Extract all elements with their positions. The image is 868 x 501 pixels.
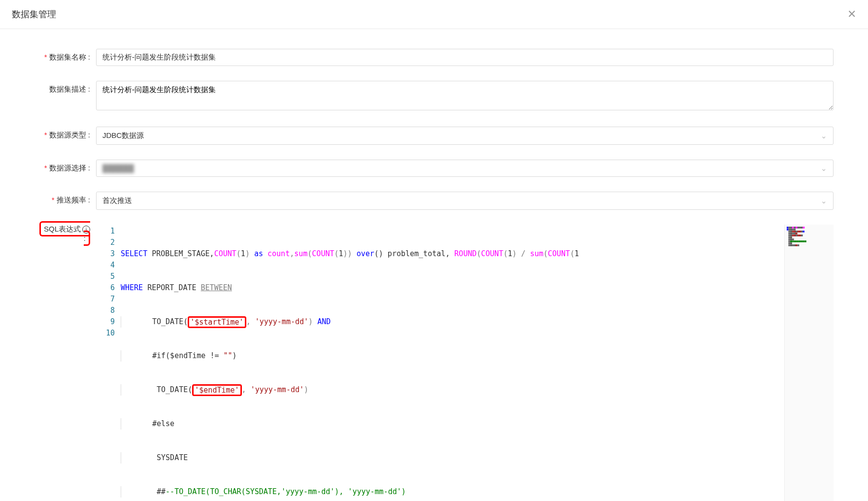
editor-content[interactable]: SELECT PROBLEM_STAGE,COUNT(1) as count,s… [121, 225, 784, 501]
select-source-value: ██████ [102, 164, 134, 172]
row-source-type: 数据源类型 : JDBC数据源 ⌄ [34, 127, 834, 145]
row-push-freq: 推送频率 : 首次推送 ⌄ [34, 192, 834, 210]
editor-gutter: 1 2 3 4 5 6 7 8 9 10 [96, 225, 121, 501]
row-name: 数据集名称 : [34, 49, 834, 66]
row-sql: SQL表达式i : 1 2 3 4 5 6 7 8 9 10 [34, 225, 834, 501]
label-sql: SQL表达式 [44, 225, 81, 233]
chevron-down-icon: ⌄ [821, 164, 827, 173]
close-icon[interactable]: ✕ [847, 8, 856, 21]
row-source-select: 数据源选择 : ██████ ⌄ [34, 160, 834, 177]
input-name[interactable] [96, 49, 834, 66]
editor-minimap[interactable]: ████████████████████ ██████████ ████████… [784, 225, 834, 501]
modal-title: 数据集管理 [12, 8, 56, 20]
row-desc: 数据集描述 : 统计分析-问题发生阶段统计数据集 [34, 81, 834, 112]
select-push-freq-value: 首次推送 [102, 196, 132, 204]
select-push-freq[interactable]: 首次推送 ⌄ [96, 192, 834, 210]
label-name: 数据集名称 : [34, 49, 96, 62]
select-source[interactable]: ██████ ⌄ [96, 160, 834, 177]
select-source-type[interactable]: JDBC数据源 ⌄ [96, 127, 834, 145]
sql-editor[interactable]: 1 2 3 4 5 6 7 8 9 10 SELECT PROBLEM_STAG… [96, 225, 834, 501]
form-body: 数据集名称 : 数据集描述 : 统计分析-问题发生阶段统计数据集 数据源类型 :… [0, 29, 868, 501]
info-icon[interactable]: i [82, 226, 90, 234]
chevron-down-icon: ⌄ [821, 132, 827, 140]
label-sql-highlight: SQL表达式i : [39, 221, 90, 246]
label-push-freq: 推送频率 : [34, 192, 96, 205]
label-source-select: 数据源选择 : [34, 160, 96, 173]
label-desc: 数据集描述 : [34, 81, 96, 94]
textarea-desc[interactable]: 统计分析-问题发生阶段统计数据集 [96, 81, 834, 110]
modal-header: 数据集管理 ✕ [0, 0, 868, 29]
label-source-type: 数据源类型 : [34, 127, 96, 140]
chevron-down-icon: ⌄ [821, 197, 827, 205]
select-source-type-value: JDBC数据源 [102, 131, 144, 139]
dataset-modal: 数据集管理 ✕ 数据集名称 : 数据集描述 : 统计分析-问题发生阶段统计数据集… [0, 0, 868, 501]
